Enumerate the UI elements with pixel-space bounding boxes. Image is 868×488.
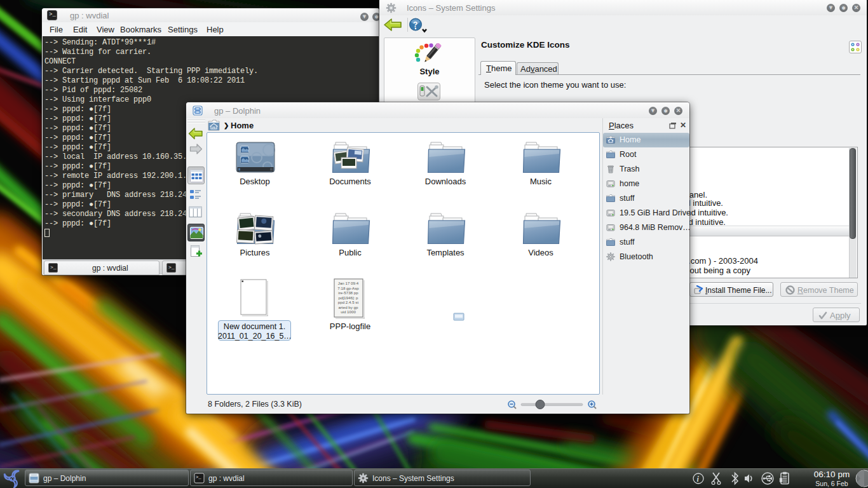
svg-text:pd[1946]: p: pd[1946]: p bbox=[339, 295, 359, 300]
svg-text:ppd 2.4.5 st: ppd 2.4.5 st bbox=[338, 300, 359, 304]
svg-text:Templates: Templates bbox=[426, 248, 465, 257]
svg-text:Pictures: Pictures bbox=[240, 248, 270, 257]
svg-text:7:18 gp-Asp: 7:18 gp-Asp bbox=[337, 286, 359, 290]
svg-text:Videos: Videos bbox=[528, 248, 553, 257]
svg-text:i: i bbox=[697, 475, 700, 484]
svg-text:arted by gp: arted by gp bbox=[339, 305, 359, 309]
svg-text:Music: Music bbox=[530, 177, 552, 186]
svg-text:ire-5738 pp: ire-5738 pp bbox=[338, 290, 358, 295]
svg-text:?: ? bbox=[413, 20, 417, 29]
svg-text:Documents: Documents bbox=[329, 177, 371, 186]
svg-text:Jan 17 09:4: Jan 17 09:4 bbox=[338, 281, 359, 285]
svg-text:Desktop: Desktop bbox=[240, 177, 270, 186]
svg-text:Public: Public bbox=[339, 248, 362, 257]
svg-text:Downloads: Downloads bbox=[425, 177, 466, 186]
svg-text:uid 1000: uid 1000 bbox=[341, 309, 356, 314]
svg-text:>_: >_ bbox=[196, 475, 201, 480]
